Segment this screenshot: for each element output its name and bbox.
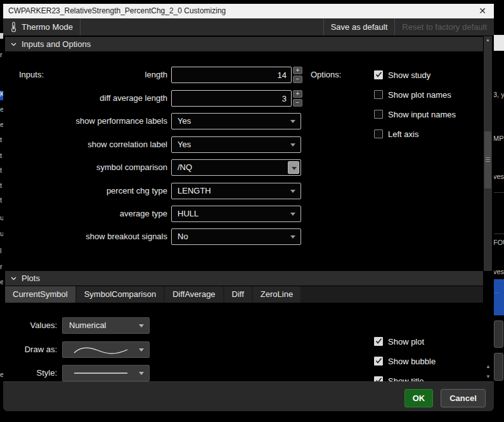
tab-symbolcomparison[interactable]: SymbolComparison — [77, 286, 164, 303]
close-icon[interactable]: ✕ — [477, 4, 488, 18]
background-divider — [493, 192, 504, 193]
checkbox-box — [374, 357, 383, 366]
input-label-percent-chg-type: percent chg type — [3, 183, 167, 199]
combobox-value: /NQ — [178, 162, 192, 172]
background-fragment: l — [0, 247, 1, 254]
checkbox-show-study[interactable]: Show study — [374, 69, 430, 81]
draw-as-select[interactable] — [62, 341, 150, 358]
select-value: Yes — [178, 116, 191, 126]
checkbox-label: Show plot — [388, 337, 424, 346]
chevron-down-icon — [290, 235, 295, 239]
options-column-label: Options: — [311, 67, 341, 83]
input-label-show-correlation-label: show correlation label — [3, 136, 167, 153]
thermo-mode-label: Thermo Mode — [22, 22, 73, 32]
increment-button[interactable]: + — [293, 67, 302, 74]
symbol-comparison-combobox[interactable]: /NQ — [171, 159, 301, 176]
diff-average-length-input[interactable] — [171, 90, 292, 107]
plots-tabbar: CurrentSymbol SymbolComparison DiffAvera… — [5, 286, 483, 303]
chevron-down-icon — [290, 143, 295, 147]
decrement-button[interactable]: − — [293, 99, 302, 107]
chevron-down-icon — [290, 190, 295, 193]
dialog-content: Inputs and Options Inputs: Options: leng… — [3, 36, 494, 381]
select-value: Numerical — [69, 320, 107, 330]
checkbox-box — [374, 90, 383, 99]
chevron-down-icon — [11, 43, 16, 46]
tab-zeroline[interactable]: ZeroLine — [253, 286, 300, 303]
diff-average-length-field-group: + − — [171, 90, 301, 107]
input-label-show-breakout-signals: show breakout signals — [3, 228, 167, 245]
checkbox-show-title[interactable]: Show title — [374, 375, 423, 381]
background-fragment: t — [0, 152, 2, 159]
average-type-select[interactable]: HULL — [171, 206, 301, 222]
chevron-down-icon — [11, 277, 16, 280]
show-breakout-signals-select[interactable]: No — [171, 228, 301, 245]
checkbox-show-plot[interactable]: Show plot — [374, 336, 424, 347]
scroll-up-icon[interactable]: ▲ — [484, 36, 492, 44]
background-fragment: 3, y — [493, 91, 504, 98]
length-field-group: + − — [171, 67, 301, 83]
chevron-down-icon — [292, 167, 297, 170]
background-divider — [493, 234, 504, 234]
show-correlation-label-select[interactable]: Yes — [171, 136, 301, 153]
decrement-button[interactable]: − — [293, 76, 302, 83]
background-fragment: t — [0, 181, 2, 189]
checkbox-show-plot-names[interactable]: Show plot names — [374, 89, 451, 100]
input-label-length: length — [3, 67, 167, 83]
checkbox-label: Show input names — [388, 110, 456, 119]
select-value: Yes — [178, 140, 191, 149]
dialog-titlebar[interactable]: CWPARKER23_RelativeStrength_PercentChg_2… — [3, 4, 494, 18]
select-value: LENGTH — [178, 186, 211, 195]
plots-scroll-down-icon[interactable]: ▼ — [484, 373, 492, 381]
show-performance-labels-select[interactable]: Yes — [171, 113, 301, 129]
thermometer-icon — [10, 22, 17, 32]
scrollbar-thumb[interactable] — [484, 131, 491, 188]
save-as-default-button[interactable]: Save as default — [324, 18, 395, 36]
checkbox-left-axis[interactable]: Left axis — [374, 128, 418, 140]
draw-as-label: Draw as: — [3, 341, 57, 358]
section-title: Plots — [22, 274, 40, 283]
tab-diffaverage[interactable]: DiffAverage — [165, 286, 223, 303]
ok-button[interactable]: OK — [404, 389, 433, 407]
input-label-show-performance-labels: show performance labels — [3, 113, 167, 129]
solid-line-icon — [69, 366, 149, 381]
customizing-dialog: CWPARKER23_RelativeStrength_PercentChg_2… — [3, 4, 494, 411]
dialog-title: CWPARKER23_RelativeStrength_PercentChg_2… — [8, 6, 226, 15]
thermo-mode-button[interactable]: Thermo Mode — [3, 18, 80, 36]
chevron-down-icon — [290, 213, 295, 216]
tab-diff[interactable]: Diff — [224, 286, 252, 303]
values-label: Values: — [3, 317, 57, 334]
input-label-diff-average-length: diff average length — [3, 90, 167, 107]
background-fragment: r — [0, 263, 3, 270]
style-select[interactable] — [62, 365, 150, 381]
increment-button[interactable]: + — [293, 90, 302, 98]
chevron-down-icon — [139, 372, 144, 375]
length-input[interactable] — [171, 67, 292, 83]
section-header-inputs-and-options[interactable]: Inputs and Options — [5, 37, 483, 51]
select-value: No — [178, 232, 188, 241]
input-label-symbol-comparison: symbol comparison — [3, 159, 167, 176]
scrollbar-grip — [486, 157, 490, 162]
checkbox-show-bubble[interactable]: Show bubble — [374, 355, 436, 367]
background-fragment: t — [0, 166, 2, 174]
vertical-scrollbar[interactable]: ▲ — [484, 36, 492, 271]
cancel-button[interactable]: Cancel — [441, 389, 486, 407]
reset-to-factory-default-button: Reset to factory default — [395, 18, 494, 36]
values-select[interactable]: Numerical — [62, 317, 150, 334]
background-fragment: ves — [493, 268, 504, 275]
percent-chg-type-select[interactable]: LENGTH — [171, 183, 301, 199]
checkbox-box — [374, 110, 383, 119]
tab-currentsymbol[interactable]: CurrentSymbol — [5, 286, 75, 303]
background-fragment: r — [0, 51, 3, 58]
checkbox-label: Left axis — [388, 129, 418, 139]
background-fragment — [493, 35, 504, 51]
section-header-plots[interactable]: Plots — [5, 271, 483, 286]
checkbox-label: Show bubble — [388, 357, 436, 366]
combobox-dropdown-button[interactable] — [288, 161, 299, 174]
checkbox-label: Show study — [388, 70, 430, 80]
dialog-footer: OK Cancel — [3, 381, 494, 411]
plots-scroll-up-icon[interactable]: ▲ — [484, 363, 492, 371]
wave-line-icon — [69, 343, 149, 358]
select-value: HULL — [178, 209, 198, 218]
checkbox-show-input-names[interactable]: Show input names — [374, 109, 456, 120]
checkbox-label: Show plot names — [388, 90, 451, 100]
